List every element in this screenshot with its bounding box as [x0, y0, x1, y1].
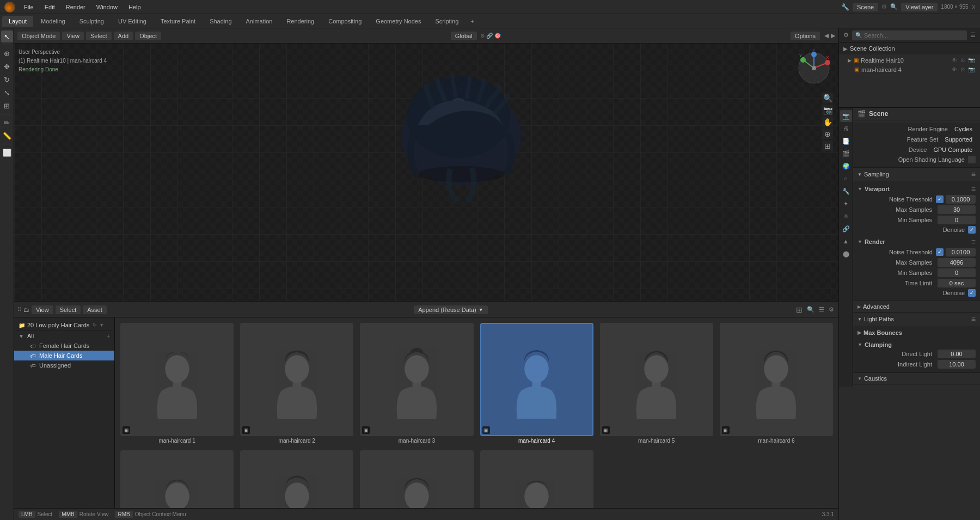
ws-tab-animation[interactable]: Animation: [240, 16, 279, 27]
rp-outliner-icon[interactable]: ⚙: [841, 30, 851, 40]
viewport-camera[interactable]: 📷: [822, 105, 833, 115]
ab-library-name[interactable]: 20 Low poly Hair Cards: [27, 322, 89, 328]
max-bounces-header[interactable]: ▶ Max Bounces: [857, 328, 976, 338]
ws-tab-layout[interactable]: Layout: [2, 16, 33, 27]
ab-append-dropdown[interactable]: Append (Reuse Data) ▼: [414, 305, 487, 314]
sampling-menu-icon[interactable]: ≡: [971, 170, 976, 179]
prop-tab-data[interactable]: ▲: [840, 235, 852, 247]
prop-tab-constraints[interactable]: 🔗: [840, 223, 852, 235]
asset-item-1[interactable]: ▣man-haircard 1: [119, 322, 235, 445]
prop-tab-view-layer[interactable]: 📑: [840, 135, 852, 147]
viewport-crosshair[interactable]: ⊕: [822, 129, 833, 139]
prop-tab-scene[interactable]: 🎬: [840, 148, 852, 160]
advanced-header[interactable]: ▶ Advanced: [853, 301, 980, 312]
outliner-item-haircard4[interactable]: ▣ man-haircard 4 👁 ⊙ 📷: [839, 65, 980, 74]
ws-tab-uv-editing[interactable]: UV Editing: [112, 16, 153, 27]
asset-item-10[interactable]: ▣man-haircard 10: [479, 449, 595, 508]
asset-item-6[interactable]: ▣man-haircard 6: [719, 322, 834, 445]
direct-light-value[interactable]: 0.00: [938, 350, 976, 358]
ab-category-unassigned[interactable]: 🏷 Unassigned: [14, 360, 114, 370]
ab-category-male-hair[interactable]: 🏷 Male Hair Cards: [14, 351, 114, 360]
noise-threshold-checkbox[interactable]: ✓: [936, 195, 944, 203]
tool-scale[interactable]: ⤡: [1, 87, 13, 99]
viewport-view-button[interactable]: View: [62, 32, 84, 40]
outliner-cursor-haircard4[interactable]: ⊙: [959, 66, 966, 73]
outliner-item-hair10[interactable]: ▶ ▣ Realtime Hair10 👁 ⊙ 📷: [839, 56, 980, 65]
caustics-header[interactable]: ▼ Caustics: [853, 373, 980, 384]
tool-add-cube[interactable]: ⬜: [1, 146, 13, 158]
render-max-samples-value[interactable]: 4096: [938, 258, 976, 267]
menu-help[interactable]: Help: [124, 3, 145, 11]
viewport-select-button[interactable]: Select: [86, 32, 112, 40]
ab-filter-icon[interactable]: ☰: [818, 305, 825, 314]
ab-asset-btn[interactable]: Asset: [83, 305, 107, 314]
asset-item-3[interactable]: ▣man-haircard 3: [359, 322, 474, 445]
viewport-mode-button[interactable]: Object Mode: [17, 32, 60, 40]
ab-library-refresh[interactable]: ↻: [93, 322, 97, 328]
viewport-collapse-right[interactable]: ▶: [831, 32, 835, 39]
asset-grid-area[interactable]: ▣man-haircard 1▣man-haircard 2▣man-hairc…: [115, 317, 838, 508]
scene-selector[interactable]: Scene: [853, 3, 878, 11]
prop-tab-physics[interactable]: ⚛: [840, 210, 852, 222]
render-noise-threshold-checkbox[interactable]: ✓: [936, 248, 944, 256]
ab-library-dropdown[interactable]: ▼: [99, 322, 104, 328]
ws-tab-add[interactable]: +: [466, 17, 478, 26]
menu-edit[interactable]: Edit: [40, 3, 59, 11]
render-denoise-checkbox[interactable]: ✓: [968, 289, 976, 297]
viewport-subsection-header[interactable]: ▼ Viewport ≡: [857, 183, 976, 195]
tool-select[interactable]: ↖: [1, 30, 13, 42]
prop-tab-material[interactable]: ⬤: [840, 248, 852, 260]
ab-settings-icon[interactable]: ⚙: [828, 305, 835, 314]
max-samples-value[interactable]: 30: [938, 205, 976, 214]
view-layer-selector[interactable]: ViewLayer: [901, 3, 938, 11]
outliner-camera-hair10[interactable]: 📷: [967, 57, 976, 64]
open-shading-checkbox[interactable]: [968, 156, 976, 163]
outliner-collapse-icon[interactable]: ▶: [843, 46, 848, 52]
time-limit-value[interactable]: 0 sec: [938, 279, 976, 287]
light-paths-menu-icon[interactable]: ≡: [971, 315, 976, 323]
ab-category-female-hair[interactable]: 🏷 Female Hair Cards: [14, 341, 114, 351]
outliner-eye-haircard4[interactable]: 👁: [951, 66, 958, 73]
render-subsection-header[interactable]: ▼ Render ≡: [857, 236, 976, 248]
viewport-menu-icon[interactable]: ≡: [971, 185, 976, 193]
tool-move[interactable]: ✥: [1, 60, 13, 72]
clamping-header[interactable]: ▼ Clamping: [857, 340, 976, 350]
sampling-header[interactable]: ▼ Sampling ≡: [853, 168, 980, 181]
outliner-camera-haircard4[interactable]: 📷: [967, 66, 976, 73]
indirect-light-value[interactable]: 10.00: [938, 360, 976, 369]
viewport-3d[interactable]: User Perspective (1) Realtime Hair10 | m…: [14, 44, 838, 301]
rp-filter-icon[interactable]: ☰: [968, 30, 978, 40]
menu-file[interactable]: File: [20, 3, 38, 11]
tool-annotate[interactable]: ✏: [1, 117, 13, 129]
tool-rotate[interactable]: ↻: [1, 74, 13, 85]
outliner-cursor-hair10[interactable]: ⊙: [959, 57, 966, 64]
ab-search-icon[interactable]: 🔍: [806, 305, 816, 314]
ws-tab-texture-paint[interactable]: Texture Paint: [154, 16, 202, 27]
render-engine-value[interactable]: Cycles: [951, 125, 976, 133]
prop-tab-modifier[interactable]: 🔧: [840, 185, 852, 197]
ws-tab-shading[interactable]: Shading: [203, 16, 238, 27]
viewport-options[interactable]: Options: [791, 32, 820, 40]
light-paths-header[interactable]: ▼ Light Paths ≡: [853, 313, 980, 326]
ab-add-category[interactable]: +: [107, 333, 110, 339]
viewport-object-button[interactable]: Object: [135, 32, 161, 40]
tool-measure[interactable]: 📏: [1, 130, 13, 142]
viewport-grid-toggle[interactable]: ⊞: [822, 140, 833, 151]
asset-item-7[interactable]: ▣man-haircard 7: [119, 449, 235, 508]
ab-select-btn[interactable]: Select: [56, 305, 81, 314]
ab-drag-handle[interactable]: ⠿: [17, 307, 21, 313]
prop-tab-world[interactable]: 🌍: [840, 160, 852, 172]
tool-cursor[interactable]: ⊕: [1, 47, 13, 59]
asset-item-4[interactable]: ▣man-haircard 4: [479, 322, 595, 445]
navigation-gizmo[interactable]: X Y Z: [795, 49, 833, 88]
asset-item-5[interactable]: ▣man-haircard 5: [599, 322, 714, 445]
feature-set-value[interactable]: Supported: [941, 135, 976, 144]
ab-view-btn[interactable]: View: [32, 305, 53, 314]
viewport-collapse-left[interactable]: ◀: [824, 32, 829, 39]
viewport-denoise-checkbox[interactable]: ✓: [968, 226, 976, 234]
outliner-eye-hair10[interactable]: 👁: [951, 57, 958, 64]
ws-tab-geometry-nodes[interactable]: Geometry Nodes: [369, 16, 427, 27]
ws-tab-scripting[interactable]: Scripting: [428, 16, 465, 27]
min-samples-value[interactable]: 0: [938, 216, 976, 224]
device-value[interactable]: GPU Compute: [930, 145, 976, 154]
